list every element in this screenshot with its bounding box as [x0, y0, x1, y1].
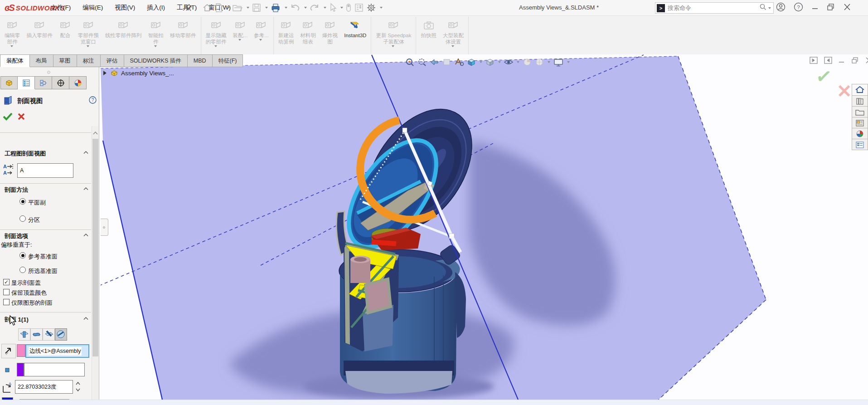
radio-reference-plane[interactable]: [19, 252, 26, 259]
minimize-icon[interactable]: [811, 2, 819, 14]
panel-top-handle[interactable]: [0, 67, 99, 75]
menu-文件(F)[interactable]: 文件(F): [51, 4, 71, 12]
undo-icon[interactable]: [290, 3, 301, 13]
cancel-button[interactable]: [17, 112, 25, 122]
help-icon[interactable]: ?: [794, 2, 803, 14]
graphics-viewport[interactable]: [101, 54, 868, 400]
ok-button[interactable]: [3, 112, 13, 122]
tab-特征(F)[interactable]: 特征(F): [213, 54, 243, 67]
collapse-right-icon[interactable]: [824, 57, 832, 66]
section-front-button[interactable]: [18, 328, 30, 341]
print-icon[interactable]: [270, 3, 281, 13]
options-list-icon[interactable]: [354, 3, 364, 13]
taskpane-view-palette-icon[interactable]: [852, 117, 868, 128]
dropdown-caret-icon[interactable]: [340, 7, 343, 9]
dropdown-caret-icon[interactable]: [285, 7, 287, 9]
open-icon[interactable]: [232, 3, 243, 13]
panel-scrollbar[interactable]: [92, 126, 98, 400]
ribbon-assembly-feature[interactable]: 装配...: [230, 17, 251, 55]
dropdown-caret-icon[interactable]: [265, 7, 268, 9]
group-drawing-section-view[interactable]: 工程图剖面视图: [5, 150, 46, 158]
ribbon-show-hidden[interactable]: 显示隐藏 的零部件: [203, 17, 230, 55]
ribbon-snapshot[interactable]: 拍快照: [417, 17, 440, 55]
view-orientation-icon[interactable]: [466, 57, 477, 67]
section-right-button[interactable]: [43, 328, 55, 341]
angle-spinner[interactable]: [75, 381, 82, 393]
tab-标注[interactable]: 标注: [77, 54, 101, 67]
dropdown-caret-icon[interactable]: [380, 7, 383, 9]
ribbon-instant3d[interactable]: Instant3D: [341, 17, 369, 55]
pin-icon[interactable]: [185, 4, 192, 14]
axis-field[interactable]: [24, 363, 85, 376]
checkbox-keep-cap-color[interactable]: [3, 289, 10, 295]
taskpane-library-icon[interactable]: [852, 96, 868, 107]
collapse-chevron-icon[interactable]: [83, 187, 88, 191]
radio-selected-plane[interactable]: [19, 267, 26, 273]
reference-entity-field[interactable]: 边线<1>@Assembly: [25, 344, 89, 358]
ribbon-reference-geo[interactable]: 参考...: [251, 17, 272, 55]
breadcrumb[interactable]: Assembly Views_...: [103, 69, 174, 77]
dropdown-caret-icon[interactable]: [304, 7, 307, 9]
menu-视图(V)[interactable]: 视图(V): [115, 4, 135, 12]
ribbon-motion-study[interactable]: 新建运 动算例: [275, 17, 297, 55]
close-icon[interactable]: [843, 2, 851, 14]
breadcrumb-expand-icon[interactable]: [103, 71, 107, 75]
tab-草图[interactable]: 草图: [53, 54, 77, 67]
panel-featuremanager-tab[interactable]: [18, 76, 35, 89]
dropdown-caret-icon[interactable]: [324, 7, 326, 9]
reverse-direction-button[interactable]: [1, 344, 16, 358]
toggle-icon[interactable]: [345, 3, 352, 13]
zoom-area-icon[interactable]: [417, 57, 428, 67]
tab-评估[interactable]: 评估: [101, 54, 124, 67]
dropdown-caret-icon[interactable]: [247, 7, 249, 9]
group-section-options[interactable]: 剖面选项: [5, 232, 28, 240]
hide-show-icon[interactable]: [503, 57, 514, 67]
panel-help-icon[interactable]: ?: [89, 96, 97, 105]
ribbon-exploded-view[interactable]: 爆炸视 图: [319, 17, 341, 55]
checkbox-graphics-only[interactable]: [3, 299, 10, 305]
collapse-chevron-icon[interactable]: [83, 151, 88, 155]
new-file-icon[interactable]: [214, 3, 223, 13]
tab-布局[interactable]: 布局: [30, 54, 53, 67]
dropdown-caret-icon[interactable]: [227, 7, 230, 9]
checkbox-show-cap[interactable]: ✓: [3, 279, 10, 285]
user-icon[interactable]: [776, 2, 786, 14]
panel-dimxpert-tab[interactable]: [52, 76, 69, 89]
scene-icon[interactable]: [534, 57, 545, 67]
previous-view-icon[interactable]: [429, 57, 440, 67]
tab-MBD[interactable]: MBD: [188, 54, 213, 67]
ribbon-move-component[interactable]: 移动零部件: [167, 17, 199, 55]
annotations-icon[interactable]: [454, 57, 465, 67]
taskpane-custom-props-icon[interactable]: [852, 139, 868, 150]
radio-zonal[interactable]: [19, 215, 26, 222]
search-box[interactable]: > 搜索命令: [655, 2, 774, 14]
view-settings-icon[interactable]: [553, 57, 564, 67]
menu-插入(I)[interactable]: 插入(I): [147, 4, 165, 12]
ribbon-edit-component[interactable]: 编辑零 部件: [1, 17, 24, 55]
ribbon-insert-component[interactable]: 插入零部件: [24, 17, 56, 55]
search-caret-icon[interactable]: [768, 7, 771, 9]
panel-configuration-tab[interactable]: [35, 76, 52, 89]
doc-close-icon[interactable]: [865, 57, 868, 66]
doc-restore-icon[interactable]: [851, 57, 859, 66]
collapse-left-icon[interactable]: [810, 57, 818, 66]
group-section-method[interactable]: 剖面方法: [5, 186, 28, 194]
ribbon-preview-window[interactable]: 零部件预 览窗口: [75, 17, 102, 55]
angle-field[interactable]: 22.87033023度: [15, 380, 73, 394]
ribbon-mate[interactable]: 配合: [56, 17, 75, 55]
home-icon[interactable]: [202, 3, 212, 13]
confirm-cancel-mark[interactable]: ✕: [837, 81, 852, 102]
panel-appearance-tab[interactable]: [69, 76, 87, 89]
taskpane-appearances-icon[interactable]: [852, 128, 868, 139]
tab-装配体[interactable]: 装配体: [0, 54, 30, 67]
doc-minimize-icon[interactable]: [839, 57, 845, 66]
save-icon[interactable]: [252, 3, 262, 13]
ribbon-smart-fastener[interactable]: 智能扣 件: [145, 17, 167, 55]
select-icon[interactable]: [329, 3, 337, 13]
taskpane-home-icon[interactable]: [852, 84, 868, 96]
ribbon-linear-pattern[interactable]: 线性零部件阵列: [102, 17, 145, 55]
taskpane-explorer-icon[interactable]: [852, 107, 868, 117]
ribbon-large-assembly[interactable]: 大型装配 体设置: [440, 17, 467, 55]
collapse-chevron-icon[interactable]: [83, 233, 88, 238]
zoom-fit-icon[interactable]: [405, 57, 416, 67]
